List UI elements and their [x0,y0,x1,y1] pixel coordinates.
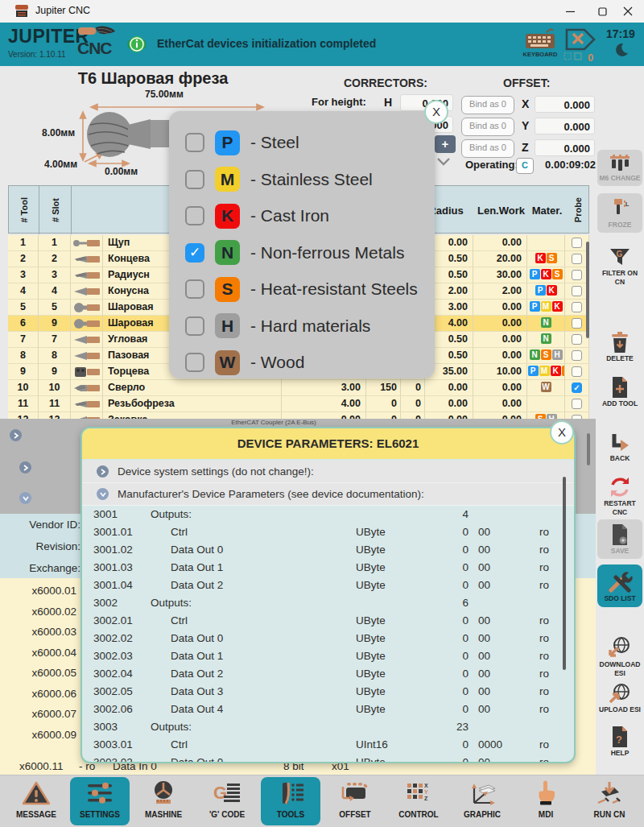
device-group-system[interactable]: Device system settings (do not change!): [82,461,574,483]
material-option-P[interactable]: P- Steel [185,129,299,156]
probe-checkbox[interactable] [572,238,582,248]
register-label[interactable]: x6000.09 [0,729,76,741]
minimize-button[interactable] [554,0,586,23]
checkbox-unchecked[interactable] [185,170,204,189]
register-label[interactable]: x6000.06 [0,688,76,700]
device-popup-close-button[interactable]: X [550,420,574,445]
cancel-jobs-button[interactable] [564,27,599,60]
sidebar-button-upload-esi[interactable]: UPLOAD ESI [597,681,642,714]
toolbar-button-offset[interactable]: OFFSET [325,777,385,825]
probe-checkbox[interactable] [572,254,582,264]
device-param-row[interactable]: 3001.04Data Out 2UByte000ro [82,577,574,594]
probe-checkbox[interactable] [572,350,582,361]
offset-field-y[interactable]: 0.000 [535,118,595,134]
material-badge-N: N [541,333,551,344]
cell-name: Сверло [103,380,282,396]
toolbar-button-gcode[interactable]: G'G' CODE [197,777,257,825]
toolbar-button-message[interactable]: MESSAGE [6,777,66,825]
sidebar-button-sdo-list[interactable]: SDO LIST [597,564,642,607]
tool-row-10[interactable]: 1010Сверло3.0015000.000.00W✓ [8,380,589,396]
device-param-row[interactable]: 3001.01CtrlUByte000ro [82,523,574,541]
cell-lenwork: 2.00 [473,283,527,300]
info-icon[interactable] [127,35,147,54]
device-param-row[interactable]: 3003Outputs:23 [82,718,574,736]
table-scrollbar[interactable] [586,242,589,338]
toolbar-button-mdi[interactable]: MDI [516,777,576,825]
corrector-plus-button[interactable]: + [435,135,456,153]
probe-checkbox[interactable] [572,334,582,345]
bind-as-zero-button-y[interactable]: Bind as 0 [461,118,514,136]
device-param-row[interactable]: 3002.01CtrlUByte000ro [82,612,574,630]
corrector-expand-chevron[interactable] [436,157,452,167]
toolbar-button-mashine[interactable]: MASHINE [134,777,193,825]
material-option-M[interactable]: M- Stainless Steel [185,166,373,193]
band-scrollbar[interactable] [587,433,590,465]
checkbox-unchecked[interactable] [185,316,204,336]
register-label[interactable]: x6000.01 [0,585,76,597]
material-option-W[interactable]: W- Wood [185,349,304,376]
material-option-H[interactable]: H- Hard materials [185,312,370,340]
device-param-row[interactable]: 3002.06Data Out 4UByte000ro [82,701,574,718]
device-popup-scrollbar[interactable] [563,477,566,670]
tree-expand-2[interactable] [19,461,31,473]
offset-field-x[interactable]: 0.000 [535,96,595,113]
operating-mode-button[interactable]: C [516,158,534,174]
device-param-row[interactable]: 3001.03Data Out 1UByte000ro [82,559,574,577]
toolbar-button-settings[interactable]: SETTINGS [70,777,130,825]
close-button[interactable] [612,0,644,23]
bind-as-zero-button-z[interactable]: Bind as 0 [461,139,514,158]
checkbox-checked[interactable]: ✓ [185,243,204,263]
device-param-row[interactable]: 3003.02Data Out 0UByte000ro [82,754,574,763]
probe-checkbox[interactable] [572,270,582,280]
sidebar-button-help[interactable]: ?HELP [597,725,642,758]
device-param-row[interactable]: 3002.02Data Out 0UByte000ro [82,630,574,647]
probe-checkbox[interactable] [572,399,582,409]
sidebar-button-filter[interactable]: GFILTER ON CN [597,246,642,286]
night-mode-icon[interactable] [613,42,630,58]
cell-slot: 2 [39,251,71,267]
register-label[interactable]: x6000.03 [0,626,76,638]
device-param-row[interactable]: 3001.02Data Out 0UByte000ro [82,541,574,559]
toolbar-button-runcn[interactable]: RUN CN [580,777,639,825]
probe-checkbox[interactable] [572,366,582,377]
material-option-S[interactable]: S- Heat-resistant Steels [185,275,418,303]
sidebar-button-delete[interactable]: DELETE [597,330,642,363]
device-param-row[interactable]: 3002.04Data Out 2UByte000ro [82,665,574,683]
toolbar-button-tools[interactable]: TOOLS [261,777,320,825]
bind-as-zero-button-x[interactable]: Bind as 0 [461,96,514,114]
material-popup-close-button[interactable]: X [424,100,448,124]
param-name: Data Out 4 [171,701,223,718]
register-label[interactable]: x6000.05 [0,667,76,679]
tree-collapse-3[interactable] [19,492,31,504]
offset-field-z[interactable]: 0.000 [535,139,595,156]
checkbox-unchecked[interactable] [185,133,204,152]
register-label[interactable]: x6000.04 [0,647,76,659]
checkbox-unchecked[interactable] [185,353,204,372]
device-param-row[interactable]: 3002.05Data Out 3UByte000ro [82,683,574,701]
probe-checkbox[interactable] [572,318,582,329]
toolbar-button-control[interactable]: XYZCONTROL [389,777,448,825]
checkbox-unchecked[interactable] [185,206,204,225]
probe-checkbox[interactable]: ✓ [572,382,582,393]
material-option-K[interactable]: K- Cast Iron [185,202,329,229]
tool-row-11[interactable]: 1111Резьбофреза4.00000.000.00 [8,396,589,412]
probe-checkbox[interactable] [572,286,582,296]
sidebar-button-add-tool[interactable]: ADD TOOL [597,375,642,408]
toolbar-button-graphic[interactable]: GRAPHIC [452,777,512,825]
register-label[interactable]: x6000.02 [0,606,76,618]
device-param-row[interactable]: 3002Outputs:6 [82,594,574,612]
probe-checkbox[interactable] [572,302,582,312]
sidebar-button-back[interactable]: BACK [597,432,642,463]
device-param-row[interactable]: 3003.01CtrlUInt1600000ro [82,736,574,754]
material-option-N[interactable]: ✓N- Non-ferrous Metals [185,239,404,267]
device-group-manufacturer[interactable]: Manufacturer's Device Parameters (see de… [82,483,574,506]
device-param-row[interactable]: 3001Outputs:4 [82,506,574,523]
sidebar-button-restart-cnc[interactable]: RESTART CNC [597,475,642,516]
register-label[interactable]: x6000.07 [0,708,76,720]
checkbox-unchecked[interactable] [185,279,204,299]
tree-expand-1[interactable] [10,429,22,441]
keyboard-button[interactable]: KEYBOARD [522,27,559,58]
device-param-row[interactable]: 3002.03Data Out 1UByte000ro [82,647,574,665]
tool-type-icon [71,235,103,251]
sidebar-button-download-esi[interactable]: DOWNLOAD ESI [597,636,642,677]
